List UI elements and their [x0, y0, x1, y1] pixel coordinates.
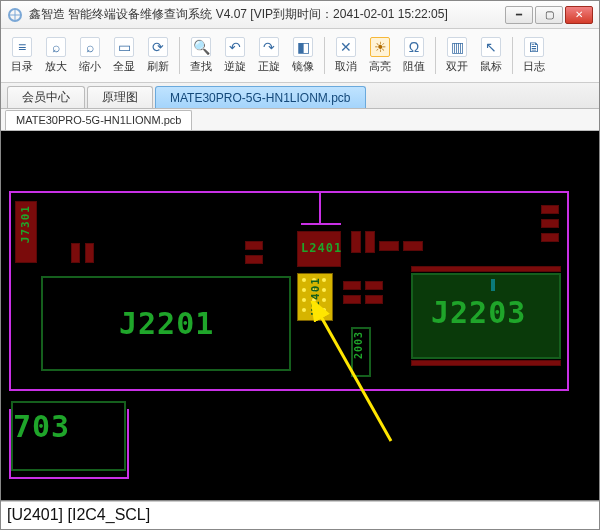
cancel-icon: ✕	[336, 37, 356, 57]
toolbar-label: 阻值	[403, 59, 425, 74]
pad	[343, 281, 361, 290]
toolbar-zoom-in[interactable]: ⌕放大	[39, 31, 73, 80]
maximize-button[interactable]: ▢	[535, 6, 563, 24]
minimize-button[interactable]: ━	[505, 6, 533, 24]
cursor-icon: ↖	[481, 37, 501, 57]
fit-icon: ▭	[114, 37, 134, 57]
resistance-icon: Ω	[404, 37, 424, 57]
zoom-out-icon: ⌕	[80, 37, 100, 57]
toolbar-label: 逆旋	[224, 59, 246, 74]
file-tab-active[interactable]: MATE30PRO-5G-HN1LIONM.pcb	[5, 110, 192, 130]
pad-row	[411, 266, 561, 272]
toolbar-separator	[435, 37, 436, 74]
pad	[351, 231, 361, 253]
pad-teal	[491, 279, 495, 291]
status-text: [U2401] [I2C4_SCL]	[7, 506, 150, 524]
label-U2401: U2401	[309, 277, 322, 315]
refresh-icon: ⟳	[148, 37, 168, 57]
toolbar-label: 放大	[45, 59, 67, 74]
pad	[379, 241, 399, 251]
pad-row	[411, 360, 561, 366]
pcb-canvas[interactable]: J2201 J2203 703 J7301 L2401 U2401	[1, 131, 599, 501]
titlebar[interactable]: 鑫智造 智能终端设备维修查询系统 V4.07 [VIP到期时间：2041-02-…	[1, 1, 599, 29]
app-window: 鑫智造 智能终端设备维修查询系统 V4.07 [VIP到期时间：2041-02-…	[0, 0, 600, 530]
board-outline	[301, 223, 341, 225]
toolbar-resistance[interactable]: Ω阻值	[397, 31, 431, 80]
pad	[541, 205, 559, 214]
toolbar-log[interactable]: 🗎日志	[517, 31, 551, 80]
pad	[343, 295, 361, 304]
label-2003: 2003	[353, 331, 364, 359]
toolbar-dual-open[interactable]: ▥双开	[440, 31, 474, 80]
toolbar-refresh[interactable]: ⟳刷新	[141, 31, 175, 80]
zoom-in-icon: ⌕	[46, 37, 66, 57]
toolbar-separator	[179, 37, 180, 74]
search-icon: 🔍	[191, 37, 211, 57]
toolbar-mirror[interactable]: ◧镜像	[286, 31, 320, 80]
toolbar-rotate-ccw[interactable]: ↶逆旋	[218, 31, 252, 80]
toolbar-separator	[324, 37, 325, 74]
rotate-cw-icon: ↷	[259, 37, 279, 57]
window-controls: ━ ▢ ✕	[505, 6, 593, 24]
pad	[365, 295, 383, 304]
mirror-icon: ◧	[293, 37, 313, 57]
pad	[85, 243, 94, 263]
toolbar-rotate-cw[interactable]: ↷正旋	[252, 31, 286, 80]
toolbar-label: 日志	[523, 59, 545, 74]
toolbar-label: 目录	[11, 59, 33, 74]
toolbar-separator	[512, 37, 513, 74]
toolbar-cancel[interactable]: ✕取消	[329, 31, 363, 80]
board-outline	[319, 191, 321, 223]
window-title: 鑫智造 智能终端设备维修查询系统 V4.07 [VIP到期时间：2041-02-…	[29, 6, 505, 23]
toolbar-label: 双开	[446, 59, 468, 74]
log-icon: 🗎	[524, 37, 544, 57]
dual-icon: ▥	[447, 37, 467, 57]
tab-pcb-file[interactable]: MATE30PRO-5G-HN1LIONM.pcb	[155, 86, 366, 108]
rotate-ccw-icon: ↶	[225, 37, 245, 57]
toolbar-find[interactable]: 🔍查找	[184, 31, 218, 80]
pad	[541, 219, 559, 228]
pad	[245, 241, 263, 250]
pad	[71, 243, 80, 263]
toolbar-label: 高亮	[369, 59, 391, 74]
label-J2201: J2201	[119, 306, 214, 341]
toolbar-label: 鼠标	[480, 59, 502, 74]
pad	[541, 233, 559, 242]
tab-schematic[interactable]: 原理图	[87, 86, 153, 108]
toolbar-label: 正旋	[258, 59, 280, 74]
list-icon: ≡	[12, 37, 32, 57]
toolbar-zoom-out[interactable]: ⌕缩小	[73, 31, 107, 80]
toolbar-catalog[interactable]: ≡目录	[5, 31, 39, 80]
pad	[365, 231, 375, 253]
toolbar-label: 缩小	[79, 59, 101, 74]
file-tabs: MATE30PRO-5G-HN1LIONM.pcb	[1, 109, 599, 131]
toolbar-label: 全显	[113, 59, 135, 74]
toolbar: ≡目录 ⌕放大 ⌕缩小 ▭全显 ⟳刷新 🔍查找 ↶逆旋 ↷正旋 ◧镜像 ✕取消 …	[1, 29, 599, 83]
toolbar-highlight[interactable]: ☀高亮	[363, 31, 397, 80]
highlight-icon: ☀	[370, 37, 390, 57]
app-icon	[7, 7, 23, 23]
main-tabs: 会员中心 原理图 MATE30PRO-5G-HN1LIONM.pcb	[1, 83, 599, 109]
status-bar: [U2401] [I2C4_SCL]	[1, 501, 599, 527]
label-J7301: J7301	[19, 205, 32, 243]
pad	[365, 281, 383, 290]
tab-member-center[interactable]: 会员中心	[7, 86, 85, 108]
close-button[interactable]: ✕	[565, 6, 593, 24]
pad	[245, 255, 263, 264]
label-J2203: J2203	[431, 295, 526, 330]
component-703[interactable]	[11, 401, 126, 471]
toolbar-label: 刷新	[147, 59, 169, 74]
toolbar-cursor[interactable]: ↖鼠标	[474, 31, 508, 80]
label-L2401: L2401	[301, 241, 342, 255]
toolbar-label: 查找	[190, 59, 212, 74]
toolbar-label: 镜像	[292, 59, 314, 74]
pad	[403, 241, 423, 251]
toolbar-label: 取消	[335, 59, 357, 74]
toolbar-fit-all[interactable]: ▭全显	[107, 31, 141, 80]
